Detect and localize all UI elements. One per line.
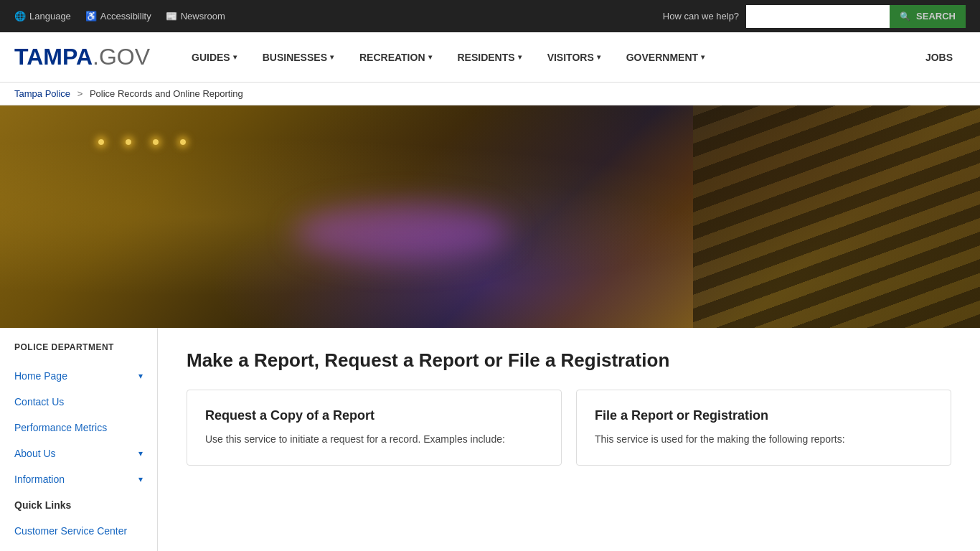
- nav-government[interactable]: GOVERNMENT ▾: [613, 32, 717, 83]
- nav-recreation-label: RECREATION: [359, 52, 425, 63]
- chevron-down-icon: ▾: [518, 53, 522, 61]
- nav-residents-label: RESIDENTS: [458, 52, 515, 63]
- sidebar-item-performance[interactable]: Performance Metrics: [0, 415, 157, 441]
- hero-lights: [98, 139, 186, 145]
- hero-light-2: [126, 139, 131, 145]
- hero-image: [0, 105, 980, 328]
- sidebar-item-customerservice-label: Customer Service Center: [14, 525, 127, 537]
- newsroom-label: Newsroom: [181, 11, 225, 22]
- card2-title: File a Report or Registration: [595, 408, 933, 423]
- sidebar-item-homepage-label: Home Page: [14, 370, 67, 382]
- main-nav: GUIDES ▾ BUSINESSES ▾ RECREATION ▾ RESID…: [179, 32, 966, 83]
- nav-businesses-label: BUSINESSES: [263, 52, 327, 63]
- sidebar-item-aboutus-label: About Us: [14, 448, 56, 459]
- nav-jobs[interactable]: JOBS: [913, 32, 966, 83]
- card1-text: Use this service to initiate a request f…: [205, 432, 543, 447]
- nav-guides-label: GUIDES: [192, 52, 230, 63]
- nav-visitors-label: VISITORS: [547, 52, 594, 63]
- nav-businesses[interactable]: BUSINESSES ▾: [250, 32, 347, 83]
- chevron-down-icon: ▾: [233, 53, 237, 61]
- search-input[interactable]: [746, 5, 890, 28]
- card-file-report: File a Report or Registration This servi…: [576, 390, 951, 466]
- chevron-down-icon: ▾: [138, 448, 143, 458]
- help-text: How can we help?: [663, 11, 739, 22]
- sidebar-item-contactus[interactable]: Contact Us: [0, 389, 157, 415]
- sidebar-item-contactus-label: Contact Us: [14, 396, 64, 408]
- nav-guides[interactable]: GUIDES ▾: [179, 32, 250, 83]
- accessibility-icon: [85, 11, 97, 22]
- content-area: Make a Report, Request a Report or File …: [158, 328, 980, 551]
- accessibility-label: Accessibility: [100, 11, 151, 22]
- logo-tampa: TAMPA: [14, 44, 93, 70]
- card2-text: This service is used for the making the …: [595, 432, 933, 447]
- top-bar-right: How can we help? SEARCH: [663, 5, 966, 28]
- sidebar: POLICE DEPARTMENT Home Page ▾ Contact Us…: [0, 328, 158, 551]
- top-bar: Language Accessibility Newsroom How can …: [0, 0, 980, 32]
- chevron-down-icon: ▾: [701, 53, 705, 61]
- sidebar-item-information[interactable]: Information ▾: [0, 466, 157, 492]
- search-icon: [900, 11, 913, 22]
- newsroom-link[interactable]: Newsroom: [166, 11, 225, 22]
- language-icon: [14, 11, 26, 22]
- main-content: POLICE DEPARTMENT Home Page ▾ Contact Us…: [0, 328, 980, 551]
- page-title: Make a Report, Request a Report or File …: [187, 349, 951, 372]
- sidebar-item-quicklinks-label: Quick Links: [14, 499, 71, 511]
- hero-staircase: [693, 105, 980, 328]
- hero-light-3: [153, 139, 159, 145]
- nav-visitors[interactable]: VISITORS ▾: [534, 32, 613, 83]
- sidebar-item-customerservice[interactable]: Customer Service Center: [0, 518, 157, 544]
- language-link[interactable]: Language: [14, 11, 71, 22]
- breadcrumb: Tampa Police > Police Records and Online…: [0, 83, 980, 105]
- hero-glow: [294, 204, 509, 261]
- nav-recreation[interactable]: RECREATION ▾: [347, 32, 445, 83]
- nav-jobs-label: JOBS: [925, 52, 953, 63]
- sidebar-item-homepage[interactable]: Home Page ▾: [0, 363, 157, 389]
- hero-inner: [0, 105, 980, 328]
- nav-government-label: GOVERNMENT: [626, 52, 698, 63]
- logo-gov: .GOV: [93, 44, 150, 70]
- chevron-down-icon: ▾: [428, 53, 432, 61]
- site-logo[interactable]: TAMPA .GOV: [14, 44, 150, 70]
- top-bar-left: Language Accessibility Newsroom: [14, 11, 225, 22]
- search-button-label: SEARCH: [916, 11, 956, 22]
- chevron-down-icon: ▾: [138, 371, 143, 381]
- hero-light-1: [98, 139, 104, 145]
- site-header: TAMPA .GOV GUIDES ▾ BUSINESSES ▾ RECREAT…: [0, 32, 980, 83]
- breadcrumb-parent-link[interactable]: Tampa Police: [14, 88, 70, 99]
- search-button[interactable]: SEARCH: [890, 5, 966, 28]
- card1-title: Request a Copy of a Report: [205, 408, 543, 423]
- cards-row: Request a Copy of a Report Use this serv…: [187, 390, 951, 466]
- sidebar-item-aboutus[interactable]: About Us ▾: [0, 441, 157, 466]
- sidebar-section-title: POLICE DEPARTMENT: [0, 342, 157, 363]
- accessibility-link[interactable]: Accessibility: [85, 11, 151, 22]
- chevron-down-icon: ▾: [138, 474, 143, 484]
- sidebar-item-performance-label: Performance Metrics: [14, 422, 107, 433]
- chevron-down-icon: ▾: [597, 53, 600, 61]
- search-box: SEARCH: [746, 5, 966, 28]
- chevron-down-icon: ▾: [330, 53, 334, 61]
- language-label: Language: [29, 11, 71, 22]
- card-request-report: Request a Copy of a Report Use this serv…: [187, 390, 562, 466]
- nav-residents[interactable]: RESIDENTS ▾: [445, 32, 534, 83]
- hero-light-4: [180, 139, 186, 145]
- newsroom-icon: [166, 11, 177, 22]
- breadcrumb-separator: >: [77, 88, 83, 99]
- sidebar-item-information-label: Information: [14, 474, 65, 485]
- breadcrumb-current: Police Records and Online Reporting: [90, 88, 243, 99]
- sidebar-item-quicklinks[interactable]: Quick Links: [0, 492, 157, 518]
